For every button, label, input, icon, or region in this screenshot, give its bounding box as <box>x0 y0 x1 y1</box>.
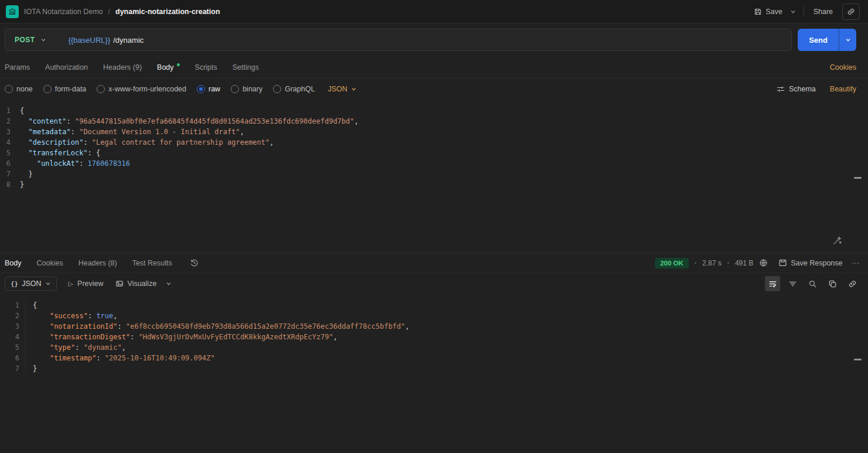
postbot-icon[interactable] <box>832 236 842 246</box>
radio-graphql[interactable]: GraphQL <box>273 85 315 93</box>
scrollbar-mark[interactable] <box>854 177 862 179</box>
code-line: 1{ <box>0 105 868 116</box>
wrap-text-button[interactable] <box>765 276 780 291</box>
radio-circle <box>97 85 105 93</box>
response-size[interactable]: 491 B <box>735 259 753 267</box>
copy-link-button[interactable] <box>842 4 860 20</box>
request-body-editor[interactable]: 1{2 "content": "96a5447815a0bf0e7efa6684… <box>0 100 868 253</box>
save-response-label: Save Response <box>791 259 842 267</box>
breadcrumb-request-name[interactable]: dynamic-notarization-creation <box>115 8 220 16</box>
link-icon <box>848 280 857 288</box>
response-tab-body[interactable]: Body <box>5 259 22 267</box>
response-tab-headers[interactable]: Headers (8) <box>78 259 117 267</box>
send-options-caret[interactable] <box>839 29 856 51</box>
code-text[interactable]: "content": "96a5447815a0bf0e7efa66845f4d… <box>20 116 358 127</box>
radio-raw-label: raw <box>209 85 220 93</box>
line-number: 5 <box>0 342 26 353</box>
radio-graphql-label: GraphQL <box>285 85 315 93</box>
url-input[interactable]: {{baseURL}} /dynamic <box>69 36 792 45</box>
save-response-icon <box>778 258 787 267</box>
response-tab-cookies[interactable]: Cookies <box>37 259 63 267</box>
code-line: 3 "notarizationId": "e6f8ccb6950458fd9eb… <box>0 321 868 332</box>
request-code: 1{2 "content": "96a5447815a0bf0e7efa6684… <box>0 105 868 190</box>
response-time[interactable]: 2.87 s <box>702 259 722 267</box>
method-selector[interactable]: POST <box>5 36 53 44</box>
cookies-link[interactable]: Cookies <box>830 63 856 71</box>
chevron-down-icon <box>790 9 796 15</box>
save-response-button[interactable]: Save Response <box>778 258 842 267</box>
url-path: /dynamic <box>113 36 143 45</box>
beautify-button[interactable]: Beautify <box>830 85 856 93</box>
radio-form-data[interactable]: form-data <box>43 85 87 93</box>
send-button[interactable]: Send <box>798 29 839 51</box>
raw-language-label: JSON <box>328 85 347 93</box>
code-text[interactable]: { <box>20 105 24 116</box>
top-bar: IOTA Notarization Demo / dynamic-notariz… <box>0 0 868 23</box>
braces-icon: {} <box>11 280 18 288</box>
search-button[interactable] <box>805 276 820 291</box>
breadcrumb: IOTA Notarization Demo / dynamic-notariz… <box>6 5 220 18</box>
raw-language-selector[interactable]: JSON <box>328 85 357 93</box>
save-dropdown-caret[interactable] <box>787 5 799 18</box>
scrollbar-mark[interactable] <box>854 359 862 360</box>
tab-headers[interactable]: Headers (9) <box>103 63 142 71</box>
code-text[interactable]: "transferLock": { <box>20 148 100 158</box>
code-line: 4 "transactionDigest": "HdWsV3gjUrDvMxUv… <box>0 332 868 342</box>
radio-binary-label: binary <box>242 85 262 93</box>
schema-button[interactable]: Schema <box>777 85 816 93</box>
response-view-options-caret[interactable] <box>166 281 172 287</box>
code-text[interactable]: } <box>20 169 33 179</box>
save-button[interactable]: Save <box>749 4 787 19</box>
tab-params[interactable]: Params <box>5 63 30 71</box>
code-text[interactable]: "description": "Legal contract for partn… <box>20 137 274 148</box>
code-text[interactable]: "unlockAt": 1760678316 <box>20 158 130 169</box>
tab-scripts[interactable]: Scripts <box>195 63 217 71</box>
share-label: Share <box>814 8 833 16</box>
filter-button[interactable] <box>785 276 800 291</box>
radio-raw[interactable]: raw <box>197 85 220 93</box>
metric-separator: • <box>695 260 696 266</box>
status-badge[interactable]: 200 OK <box>655 258 689 268</box>
radio-none[interactable]: none <box>5 85 33 93</box>
radio-circle <box>273 85 281 93</box>
tab-body-label: Body <box>157 63 174 71</box>
response-header: Body Cookies Headers (8) Test Results 20… <box>0 253 868 273</box>
response-tab-test-results[interactable]: Test Results <box>132 259 172 267</box>
code-text[interactable]: } <box>20 179 24 190</box>
sparkle-wand-icon <box>832 236 842 246</box>
app-logo[interactable] <box>6 5 19 18</box>
breadcrumb-workspace[interactable]: IOTA Notarization Demo <box>24 8 103 16</box>
line-number: 2 <box>0 311 26 321</box>
chevron-down-icon <box>351 86 357 92</box>
copy-response-button[interactable] <box>825 276 840 291</box>
tab-authorization[interactable]: Authorization <box>45 63 88 71</box>
radio-circle <box>5 85 13 93</box>
play-icon: ▷ <box>69 280 73 288</box>
code-text: "success": true, <box>33 311 118 321</box>
tab-params-label: Params <box>5 63 30 71</box>
response-more-options-button[interactable]: ⋯ <box>852 258 860 267</box>
tab-body[interactable]: Body <box>157 63 180 71</box>
send-label: Send <box>809 36 828 45</box>
tab-settings[interactable]: Settings <box>233 63 259 71</box>
visualize-button[interactable]: Visualize <box>115 280 157 288</box>
radio-binary[interactable]: binary <box>231 85 262 93</box>
preview-button[interactable]: ▷ Preview <box>69 280 104 288</box>
save-label: Save <box>766 8 782 16</box>
response-history-button[interactable] <box>190 258 199 267</box>
tab-settings-label: Settings <box>233 63 259 71</box>
network-info-button[interactable] <box>759 258 768 267</box>
schema-label: Schema <box>789 85 816 93</box>
code-line: 4 "description": "Legal contract for par… <box>0 137 868 148</box>
scroll-link-button[interactable] <box>845 276 860 291</box>
code-line: 7} <box>0 363 868 374</box>
body-type-actions: Schema Beautify <box>777 85 856 93</box>
response-format-selector[interactable]: {} JSON <box>5 277 57 291</box>
metric-separator: • <box>727 260 729 266</box>
line-number: 7 <box>0 363 26 374</box>
code-text[interactable]: "metadata": "Document Version 1.0 - Init… <box>20 127 244 137</box>
radio-x-www-form-urlencoded[interactable]: x-www-form-urlencoded <box>97 85 186 93</box>
code-text: { <box>33 300 37 311</box>
code-line: 1{ <box>0 300 868 311</box>
share-button[interactable]: Share <box>809 4 838 19</box>
